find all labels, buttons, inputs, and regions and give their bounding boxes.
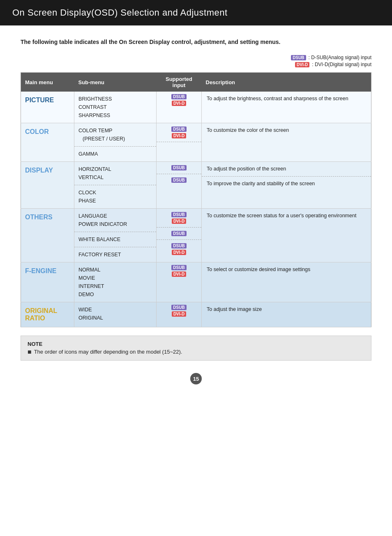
sub-item: INTERNET: [78, 282, 152, 290]
note-bullet-icon: ■: [28, 349, 32, 355]
sub-item: SHARPNESS: [78, 111, 152, 120]
dvid-badge: DVI-D: [172, 250, 186, 255]
dvid-desc: : DVI-D(Digital signal) input: [312, 62, 371, 67]
sub-item: ORIGINAL: [78, 314, 152, 322]
legend-dsub: DSUB : D-SUB(Analog signal) input: [291, 55, 371, 60]
sub-item: POWER INDICATOR: [78, 220, 152, 228]
main-menu-display: DISPLAY: [21, 162, 74, 209]
page-number: 15: [190, 373, 202, 384]
main-menu-others: OTHERS: [21, 209, 74, 262]
page-title: On Screen Display(OSD) Selection and Adj…: [12, 7, 228, 18]
sub-cell-picture: BRIGHTNESS CONTRAST SHARPNESS: [74, 92, 157, 123]
dsub-badge: DSUB: [171, 177, 186, 183]
sub-item: HORIZONTAL: [78, 165, 152, 173]
dsub-badge: DSUB: [171, 94, 186, 99]
note-box: NOTE ■ The order of icons may differ dep…: [21, 336, 371, 361]
dvid-badge: DVI-D: [172, 101, 186, 106]
legend-dvid: DVI-D : DVI-D(Digital signal) input: [295, 62, 371, 67]
sub-cell-original: WIDE ORIGINAL: [74, 302, 157, 327]
sub-cell-color: COLOR TEMP (PRESET / USER) GAMMA: [74, 123, 157, 162]
sub-item: MOVIE: [78, 274, 152, 282]
table-row: ORIGINALRATIO WIDE ORIGINAL DSUB DVI-D T…: [21, 302, 371, 327]
desc-cell-color: To customize the color of the screen: [202, 123, 371, 162]
col-description: Description: [202, 73, 371, 92]
dvid-badge: DVI-D: [172, 133, 186, 138]
sub-item: WHITE BALANCE: [78, 235, 152, 244]
sub-item: VERTICAL: [78, 173, 152, 182]
sub-item: NORMAL: [78, 266, 152, 274]
page-header: On Screen Display(OSD) Selection and Adj…: [0, 0, 392, 25]
col-main-menu: Main menu: [21, 73, 74, 92]
input-cell-others: DSUB DVI-D DSUB DSUB DVI-D: [157, 209, 202, 262]
sub-cell-others: LANGUAGE POWER INDICATOR WHITE BALANCE F…: [74, 209, 157, 262]
sub-cell-fengine: NORMAL MOVIE INTERNET DEMO: [74, 262, 157, 302]
col-sub-menu: Sub-menu: [74, 73, 157, 92]
dsub-badge: DSUB: [171, 127, 186, 132]
desc-cell-fengine: To select or customize desired image set…: [202, 262, 371, 302]
input-cell-picture: DSUB DVI-D: [157, 92, 202, 123]
input-cell-color: DSUB DVI-D: [157, 123, 202, 162]
desc-cell-others: To customize the screen status for a use…: [202, 209, 371, 262]
dsub-badge: DSUB: [171, 243, 186, 248]
dsub-badge: DSUB: [291, 55, 306, 60]
table-row: PICTURE BRIGHTNESS CONTRAST SHARPNESS DS…: [21, 92, 371, 123]
legend: DSUB : D-SUB(Analog signal) input DVI-D …: [21, 55, 371, 67]
input-cell-original: DSUB DVI-D: [157, 302, 202, 327]
dsub-desc: : D-SUB(Analog signal) input: [309, 55, 371, 60]
note-title: NOTE: [28, 341, 364, 347]
desc-cell-display: To adjust the position of the screen To …: [202, 162, 371, 209]
osd-table: Main menu Sub-menu Supported input Descr…: [21, 72, 371, 327]
sub-item: GAMMA: [78, 150, 152, 158]
main-menu-picture: PICTURE: [21, 92, 74, 123]
dsub-badge: DSUB: [171, 231, 186, 236]
dvid-badge: DVI-D: [172, 219, 186, 224]
sub-item: CLOCK: [78, 189, 152, 197]
sub-item: BRIGHTNESS: [78, 95, 152, 103]
dvid-badge: DVI-D: [172, 271, 186, 277]
sub-item: (PRESET / USER): [78, 135, 152, 143]
content-area: The following table indicates all the On…: [0, 25, 392, 397]
intro-text: The following table indicates all the On…: [21, 38, 371, 46]
dsub-badge: DSUB: [171, 265, 186, 270]
table-row: F-ENGINE NORMAL MOVIE INTERNET DEMO DSUB…: [21, 262, 371, 302]
dvid-badge: DVI-D: [172, 311, 186, 317]
table-row: COLOR COLOR TEMP (PRESET / USER) GAMMA D…: [21, 123, 371, 162]
sub-item: LANGUAGE: [78, 212, 152, 220]
input-cell-fengine: DSUB DVI-D: [157, 262, 202, 302]
sub-item: DEMO: [78, 290, 152, 299]
note-content: ■ The order of icons may differ dependin…: [28, 349, 364, 355]
col-supported-input: Supported input: [157, 73, 202, 92]
page-number-container: 15: [21, 373, 371, 384]
sub-item: COLOR TEMP: [78, 127, 152, 135]
table-header-row: Main menu Sub-menu Supported input Descr…: [21, 73, 371, 92]
sub-item: WIDE: [78, 306, 152, 314]
desc-cell-original: To adjust the image size: [202, 302, 371, 327]
main-menu-original: ORIGINALRATIO: [21, 302, 74, 327]
sub-item: FACTORY RESET: [78, 251, 152, 259]
sub-item: PHASE: [78, 197, 152, 205]
dsub-badge: DSUB: [171, 305, 186, 310]
main-menu-fengine: F-ENGINE: [21, 262, 74, 302]
dsub-badge: DSUB: [171, 212, 186, 217]
note-text: The order of icons may differ depending …: [34, 349, 182, 355]
main-menu-color: COLOR: [21, 123, 74, 162]
table-row: OTHERS LANGUAGE POWER INDICATOR WHITE BA…: [21, 209, 371, 262]
dvid-badge: DVI-D: [295, 62, 309, 67]
sub-item: CONTRAST: [78, 103, 152, 111]
sub-cell-display: HORIZONTAL VERTICAL CLOCK PHASE: [74, 162, 157, 209]
input-cell-display: DSUB DSUB: [157, 162, 202, 209]
dsub-badge: DSUB: [171, 165, 186, 170]
table-row: DISPLAY HORIZONTAL VERTICAL CLOCK PHASE …: [21, 162, 371, 209]
desc-cell-picture: To adjust the brightness, contrast and s…: [202, 92, 371, 123]
